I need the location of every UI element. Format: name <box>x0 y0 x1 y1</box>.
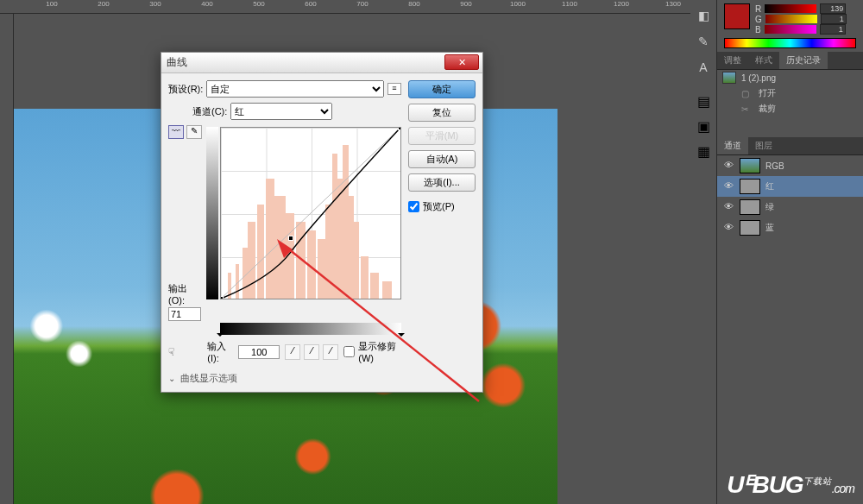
ruler-tick: 1300 <box>665 0 681 8</box>
dialog-title: 曲线 <box>167 55 187 70</box>
tab-channels[interactable]: 通道 <box>717 137 748 154</box>
options-button[interactable]: 选项(I)... <box>408 173 476 192</box>
r-input[interactable] <box>820 3 846 14</box>
white-eyedropper-icon[interactable]: ⁄ <box>323 344 338 360</box>
watermark: UᴱBUG下载站.com <box>727 470 854 499</box>
color-panel: R G B <box>717 0 863 52</box>
black-slider-icon[interactable] <box>217 333 224 340</box>
channel-label: 绿 <box>765 201 774 213</box>
display-options-toggle[interactable]: ⌄ 曲线显示选项 <box>168 372 401 385</box>
spectrum-bar[interactable] <box>724 38 856 48</box>
chevron-icon: ⌄ <box>168 374 175 383</box>
channel-thumb-icon <box>740 220 760 236</box>
history-doc[interactable]: 1 (2).png <box>717 70 863 85</box>
history-doc-name: 1 (2).png <box>741 73 776 83</box>
ruler-tick: 700 <box>356 0 368 8</box>
hand-adjust-icon[interactable]: ☟ <box>168 346 181 358</box>
g-label: G <box>755 15 762 24</box>
output-gradient <box>206 127 218 299</box>
brush-icon[interactable]: ✎ <box>695 33 712 50</box>
info-icon[interactable]: ▦ <box>697 143 710 160</box>
channel-item-red[interactable]: 👁 红 <box>717 176 863 197</box>
b-input[interactable] <box>820 24 846 35</box>
history-label: 打开 <box>759 87 776 99</box>
smooth-button: 平滑(M) <box>408 127 476 145</box>
ruler-tick: 900 <box>460 0 471 8</box>
dialog-body: 预设(R): 自定 ≡ 通道(C): 红 〰 ✎ 输出(O): <box>161 73 482 392</box>
ruler-tick: 600 <box>305 0 316 8</box>
ruler-tick: 500 <box>253 0 264 8</box>
curve-mode-pencil-icon[interactable]: ✎ <box>186 125 202 139</box>
r-slider[interactable] <box>765 4 816 13</box>
gray-eyedropper-icon[interactable]: ⁄ <box>304 344 319 360</box>
ruler-tick: 400 <box>201 0 212 8</box>
channels-panel: 通道 图层 👁 RGB 👁 红 👁 绿 👁 蓝 <box>717 137 863 238</box>
channel-thumb-icon <box>740 158 760 173</box>
r-label: R <box>755 4 761 14</box>
show-clipping-label: 显示修剪(W) <box>358 340 401 363</box>
channel-select[interactable]: 红 <box>230 103 332 120</box>
curves-dialog[interactable]: 曲线 ✕ 预设(R): 自定 ≡ 通道(C): 红 〰 ✎ <box>161 52 483 393</box>
preset-menu-icon[interactable]: ≡ <box>387 83 401 95</box>
preview-label: 预览(P) <box>423 200 455 213</box>
channel-thumb-icon <box>740 199 760 215</box>
channel-label: RGB <box>765 161 784 171</box>
curve-graph[interactable] <box>220 127 401 299</box>
curve-point[interactable] <box>288 236 293 241</box>
history-tabs: 调整 样式 历史记录 <box>717 52 863 70</box>
channel-label-text: 通道(C): <box>192 105 227 118</box>
channel-thumb-icon <box>740 179 760 194</box>
input-label: 输入(I): <box>207 340 233 363</box>
b-slider[interactable] <box>765 25 816 34</box>
visibility-icon[interactable]: 👁 <box>722 201 734 213</box>
ruler-tick: 1200 <box>614 0 629 8</box>
text-icon[interactable]: A <box>695 59 712 76</box>
tab-adjust[interactable]: 调整 <box>717 52 748 69</box>
g-slider[interactable] <box>765 15 817 23</box>
close-button[interactable]: ✕ <box>444 54 479 70</box>
ok-button[interactable]: 确定 <box>408 80 476 98</box>
ruler-tick: 800 <box>408 0 419 8</box>
channel-item-blue[interactable]: 👁 蓝 <box>717 217 863 238</box>
visibility-icon[interactable]: 👁 <box>722 180 734 192</box>
ruler-tick: 1000 <box>510 0 526 8</box>
output-label: 输出(O): <box>168 282 203 306</box>
visibility-icon[interactable]: 👁 <box>722 160 734 172</box>
curve-mode-point-icon[interactable]: 〰 <box>168 125 184 139</box>
tool-strip-2: ▤ ▣ ▦ <box>690 86 716 190</box>
black-eyedropper-icon[interactable]: ⁄ <box>285 344 300 360</box>
preset-select[interactable]: 自定 <box>206 80 384 98</box>
paths-icon[interactable]: ▣ <box>697 118 710 135</box>
tab-history[interactable]: 历史记录 <box>779 52 828 69</box>
foreground-swatch[interactable] <box>724 3 750 29</box>
output-input[interactable] <box>168 307 201 321</box>
output-row: 输出(O): <box>168 282 203 306</box>
curve-point-white[interactable] <box>398 127 401 130</box>
history-item[interactable]: ✂ 裁剪 <box>717 101 863 117</box>
channel-item-rgb[interactable]: 👁 RGB <box>717 155 863 176</box>
right-panels: R G B 调整 样式 历史记录 <box>716 0 863 504</box>
ruler-tick: 200 <box>98 0 109 8</box>
doc-thumb-icon <box>722 72 736 84</box>
ruler-tick: 100 <box>46 0 57 8</box>
channel-label: 红 <box>765 180 774 192</box>
auto-button[interactable]: 自动(A) <box>408 150 476 168</box>
tab-layers[interactable]: 图层 <box>748 137 779 154</box>
g-input[interactable] <box>821 14 847 24</box>
input-input[interactable] <box>238 345 280 359</box>
show-clipping-checkbox[interactable] <box>343 346 355 357</box>
visibility-icon[interactable]: 👁 <box>722 222 734 234</box>
dialog-titlebar[interactable]: 曲线 ✕ <box>161 53 482 73</box>
swatches-icon[interactable]: ◧ <box>695 7 712 24</box>
ruler-tick: 1100 <box>562 0 577 8</box>
reset-button[interactable]: 复位 <box>408 104 476 122</box>
curve-point-black[interactable] <box>220 296 224 299</box>
channel-item-green[interactable]: 👁 绿 <box>717 197 863 217</box>
history-item[interactable]: ▢ 打开 <box>717 85 863 101</box>
history-label: 裁剪 <box>759 103 776 115</box>
layers-icon[interactable]: ▤ <box>697 93 710 110</box>
input-gradient[interactable] <box>220 323 401 335</box>
preview-checkbox[interactable] <box>408 201 419 212</box>
white-slider-icon[interactable] <box>398 333 405 340</box>
tab-style[interactable]: 样式 <box>748 52 779 69</box>
